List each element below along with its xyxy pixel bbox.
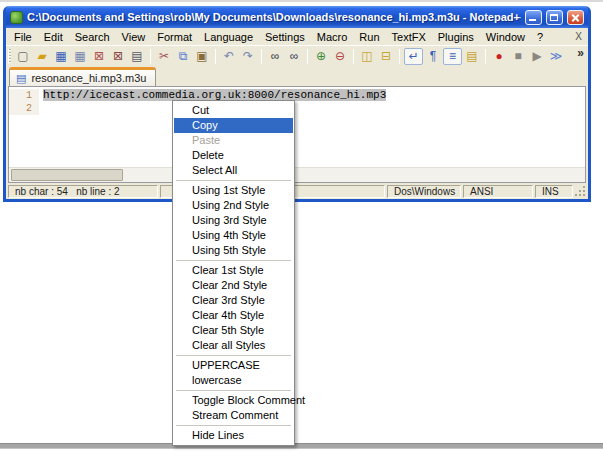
menu-view[interactable]: View <box>116 30 152 44</box>
menu-item-copy[interactable]: Copy <box>174 118 293 133</box>
menu-item-using-3rd-style[interactable]: Using 3rd Style <box>174 213 293 228</box>
more-buttons-chevron-icon[interactable]: » <box>577 46 584 60</box>
status-doc-info: nb char : 54 nb line : 2 <box>8 185 158 198</box>
run-macro-multiple-times-icon[interactable]: ≫ <box>547 48 565 65</box>
context-menu-separator <box>176 180 291 181</box>
copy-icon[interactable]: ⧉ <box>174 48 192 65</box>
editor-area[interactable]: 1http://icecast.commedia.org.uk:8000/res… <box>8 86 586 183</box>
menu-item-select-all[interactable]: Select All <box>174 163 293 178</box>
notepad-plus-plus-icon <box>10 11 23 24</box>
maximize-icon <box>550 14 558 21</box>
stop-macro-icon[interactable]: ■ <box>509 48 527 65</box>
context-menu-separator <box>176 260 291 261</box>
screenshot-top-edge <box>0 0 603 2</box>
menu-item-toggle-block-comment[interactable]: Toggle Block Comment <box>174 393 293 408</box>
save-all-icon[interactable]: ▦ <box>71 48 89 65</box>
play-macro-icon[interactable]: ▶ <box>528 48 546 65</box>
menu-settings[interactable]: Settings <box>259 30 311 44</box>
menu-plugins[interactable]: Plugins <box>432 30 480 44</box>
menu-item-uppercase[interactable]: UPPERCASE <box>174 358 293 373</box>
menu-item-using-4th-style[interactable]: Using 4th Style <box>174 228 293 243</box>
menu-format[interactable]: Format <box>151 30 198 44</box>
menu-item-clear-all-styles[interactable]: Clear all Styles <box>174 338 293 353</box>
menu-language[interactable]: Language <box>198 30 259 44</box>
editor-lines: 1http://icecast.commedia.org.uk:8000/res… <box>9 87 585 115</box>
print-icon[interactable]: ▤ <box>128 48 146 65</box>
close-all-icon[interactable]: ⊠ <box>109 48 127 65</box>
line-number: 1 <box>9 89 39 102</box>
menu-bar: FileEditSearchViewFormatLanguageSettings… <box>6 28 588 45</box>
maximize-button[interactable] <box>546 10 563 25</box>
notepad-plus-plus-window: C:\Documents and Settings\rob\My Documen… <box>3 6 591 202</box>
menu-item-using-1st-style[interactable]: Using 1st Style <box>174 183 293 198</box>
user-define-dialog-icon[interactable]: ▤ <box>463 48 481 65</box>
word-wrap-icon[interactable]: ↵ <box>404 48 423 65</box>
file-icon: ▤ <box>16 72 26 85</box>
menu-help[interactable]: ? <box>531 30 549 44</box>
zoom-in-icon[interactable]: ⊕ <box>312 48 330 65</box>
replace-icon[interactable]: ∞ <box>285 48 303 65</box>
horizontal-scrollbar[interactable] <box>9 167 585 182</box>
title-bar[interactable]: C:\Documents and Settings\rob\My Documen… <box>6 6 588 28</box>
menu-item-delete[interactable]: Delete <box>174 148 293 163</box>
menu-macro[interactable]: Macro <box>311 30 354 44</box>
toolbar-grip[interactable] <box>8 49 11 64</box>
toolbar-separator <box>307 49 308 64</box>
document-close-x[interactable]: X <box>575 31 584 42</box>
toolbar-separator <box>399 49 400 64</box>
menu-item-clear-2nd-style[interactable]: Clear 2nd Style <box>174 278 293 293</box>
menu-search[interactable]: Search <box>69 30 116 44</box>
status-encoding: ANSI <box>463 185 533 198</box>
tab-resonance-hi-mp3-m3u[interactable]: ▤ resonance_hi.mp3.m3u <box>9 67 156 86</box>
close-button[interactable] <box>567 10 584 25</box>
menu-item-clear-3rd-style[interactable]: Clear 3rd Style <box>174 293 293 308</box>
menu-item-hide-lines[interactable]: Hide Lines <box>174 428 293 443</box>
context-menu-separator <box>176 425 291 426</box>
horizontal-scrollbar-thumb[interactable] <box>11 169 123 181</box>
menu-item-using-2nd-style[interactable]: Using 2nd Style <box>174 198 293 213</box>
open-folder-icon[interactable]: ▰ <box>33 48 51 65</box>
menu-item-stream-comment[interactable]: Stream Comment <box>174 408 293 423</box>
show-all-characters-icon[interactable]: ¶ <box>424 48 442 65</box>
zoom-out-icon[interactable]: ⊖ <box>331 48 349 65</box>
record-macro-icon[interactable]: ● <box>490 48 508 65</box>
toolbar-separator <box>353 49 354 64</box>
sync-horizontal-scrolling-icon[interactable]: ⊟ <box>377 48 395 65</box>
undo-icon[interactable]: ↶ <box>220 48 238 65</box>
menu-item-clear-4th-style[interactable]: Clear 4th Style <box>174 308 293 323</box>
menu-item-using-5th-style[interactable]: Using 5th Style <box>174 243 293 258</box>
minimize-button[interactable] <box>525 10 542 25</box>
menu-edit[interactable]: Edit <box>38 30 69 44</box>
close-file-icon[interactable]: ⊠ <box>90 48 108 65</box>
editor-line[interactable]: 2 <box>9 102 585 115</box>
menu-item-lowercase[interactable]: lowercase <box>174 373 293 388</box>
minimize-icon <box>529 19 536 21</box>
menu-window[interactable]: Window <box>480 30 531 44</box>
toolbar-separator <box>261 49 262 64</box>
redo-icon[interactable]: ↷ <box>239 48 257 65</box>
save-file-icon[interactable]: ▦ <box>52 48 70 65</box>
menu-bar-items: FileEditSearchViewFormatLanguageSettings… <box>8 30 549 44</box>
context-menu: CutCopyPasteDeleteSelect AllUsing 1st St… <box>172 100 295 446</box>
toolbar-separator <box>485 49 486 64</box>
menu-item-clear-1st-style[interactable]: Clear 1st Style <box>174 263 293 278</box>
context-menu-separator <box>176 390 291 391</box>
sync-vertical-scrolling-icon[interactable]: ◫ <box>358 48 376 65</box>
line-number: 2 <box>9 102 39 115</box>
line-text <box>39 102 43 115</box>
show-indent-guide-icon[interactable]: ≡ <box>443 48 462 65</box>
toolbar-separator <box>150 49 151 64</box>
editor-line[interactable]: 1http://icecast.commedia.org.uk:8000/res… <box>9 89 585 102</box>
paste-icon[interactable]: ▣ <box>193 48 211 65</box>
menu-run[interactable]: Run <box>353 30 385 44</box>
find-icon[interactable]: ∞ <box>266 48 284 65</box>
menu-textfx[interactable]: TextFX <box>386 30 432 44</box>
menu-file[interactable]: File <box>8 30 38 44</box>
new-file-icon[interactable]: ▢ <box>14 48 32 65</box>
menu-item-clear-5th-style[interactable]: Clear 5th Style <box>174 323 293 338</box>
toolbar-separator <box>215 49 216 64</box>
cut-icon[interactable]: ✂ <box>155 48 173 65</box>
resize-grip[interactable] <box>575 186 586 197</box>
context-menu-separator <box>176 355 291 356</box>
menu-item-cut[interactable]: Cut <box>174 103 293 118</box>
